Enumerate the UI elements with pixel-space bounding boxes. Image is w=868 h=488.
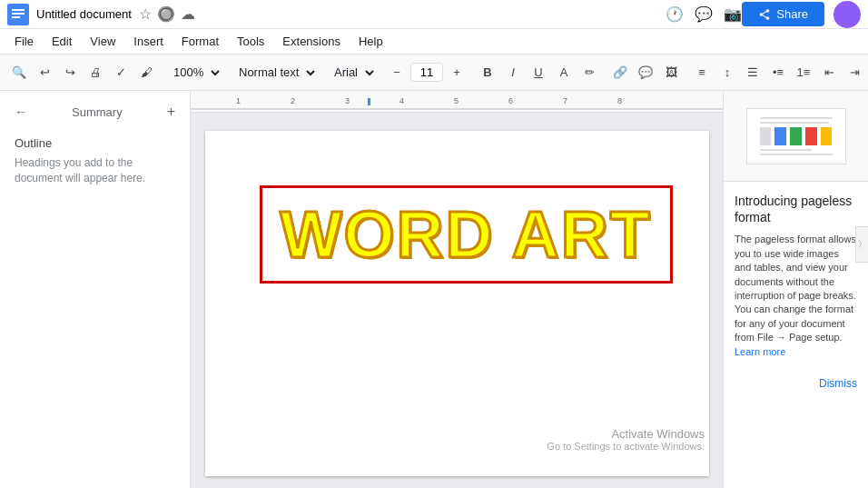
collapse-sidebar-btn[interactable]: ← bbox=[15, 105, 27, 119]
panel-description: The pageless format allows you to use wi… bbox=[735, 233, 857, 359]
panel-desc-text: The pageless format allows you to use wi… bbox=[735, 234, 856, 343]
right-panel-footer: Dismiss bbox=[724, 370, 868, 397]
line-spacing-btn[interactable]: ↕ bbox=[715, 60, 739, 85]
sidebar-header: ← Summary + bbox=[0, 98, 190, 125]
doc-scroll[interactable]: WORD ART Activate Windows Go to Settings… bbox=[191, 113, 723, 488]
bold-btn[interactable]: B bbox=[476, 60, 499, 85]
title-action-icons: ☆ 🔘 ☁ bbox=[139, 5, 195, 23]
preview-col-2 bbox=[774, 127, 786, 145]
svg-rect-1 bbox=[12, 9, 25, 11]
menu-bar: File Edit View Insert Format Tools Exten… bbox=[0, 29, 868, 55]
word-art-container[interactable]: WORD ART bbox=[260, 185, 673, 284]
docs-logo-icon bbox=[7, 4, 29, 25]
menu-edit[interactable]: Edit bbox=[44, 32, 79, 51]
preview-color-row bbox=[760, 127, 833, 145]
font-size-decrease-btn[interactable]: − bbox=[385, 60, 409, 85]
word-art-text: WORD ART bbox=[281, 197, 652, 272]
underline-btn[interactable]: U bbox=[527, 60, 550, 85]
spellcheck-btn[interactable]: ✓ bbox=[109, 60, 133, 85]
redo-btn[interactable]: ↪ bbox=[58, 60, 82, 85]
move-icon[interactable]: 🔘 bbox=[157, 5, 175, 23]
indent-decrease-btn[interactable]: ⇤ bbox=[817, 60, 841, 85]
outline-hint: Headings you add to the document will ap… bbox=[15, 155, 175, 186]
red-arrow-decoration bbox=[191, 222, 228, 376]
add-summary-btn[interactable]: + bbox=[167, 104, 175, 120]
numbered-list-btn[interactable]: 1≡ bbox=[792, 60, 815, 85]
svg-text:3: 3 bbox=[345, 96, 350, 105]
ruler-svg: 1 2 3 4 5 6 7 8 bbox=[191, 91, 723, 113]
checklist-btn[interactable]: ☰ bbox=[741, 60, 764, 85]
menu-tools[interactable]: Tools bbox=[230, 32, 271, 51]
print-btn[interactable]: 🖨 bbox=[84, 60, 107, 85]
dismiss-button[interactable]: Dismiss bbox=[819, 377, 857, 390]
panel-title: Introducing pageless format bbox=[735, 193, 857, 225]
preview-line-1 bbox=[760, 117, 833, 119]
preview-mockup bbox=[746, 108, 846, 164]
right-panel-content: Introducing pageless format The pageless… bbox=[724, 182, 868, 370]
preview-line-3 bbox=[760, 149, 813, 151]
preview-col-1 bbox=[760, 127, 772, 145]
style-select[interactable]: Normal text bbox=[231, 60, 319, 85]
svg-text:5: 5 bbox=[454, 96, 459, 105]
preview-col-4 bbox=[805, 127, 817, 145]
preview-line-2 bbox=[760, 122, 830, 124]
align-btn[interactable]: ≡ bbox=[690, 60, 714, 85]
menu-extensions[interactable]: Extensions bbox=[275, 32, 348, 51]
undo-btn[interactable]: ↩ bbox=[33, 60, 56, 85]
avatar[interactable] bbox=[833, 1, 861, 28]
chat-icon[interactable]: 💬 bbox=[695, 5, 713, 23]
preview-col-5 bbox=[821, 127, 833, 145]
summary-label: Summary bbox=[72, 105, 123, 119]
search-toolbar-btn[interactable]: 🔍 bbox=[7, 60, 31, 85]
share-label: Share bbox=[776, 7, 808, 21]
ruler: 1 2 3 4 5 6 7 8 bbox=[191, 91, 723, 113]
menu-help[interactable]: Help bbox=[351, 32, 390, 51]
share-button[interactable]: Share bbox=[742, 2, 824, 26]
outline-section: Outline Headings you add to the document… bbox=[0, 125, 190, 197]
outline-title: Outline bbox=[15, 136, 175, 150]
font-size-increase-btn[interactable]: + bbox=[445, 60, 469, 85]
star-icon[interactable]: ☆ bbox=[139, 5, 152, 23]
doc-area: 1 2 3 4 5 6 7 8 bbox=[191, 91, 723, 488]
svg-text:2: 2 bbox=[291, 96, 295, 105]
preview-col-3 bbox=[790, 127, 802, 145]
font-size-input[interactable] bbox=[410, 63, 443, 82]
zoom-select[interactable]: 100% bbox=[165, 60, 223, 85]
highlight-btn[interactable]: ✏ bbox=[577, 60, 601, 85]
menu-file[interactable]: File bbox=[7, 32, 41, 51]
preview-line-4 bbox=[760, 154, 833, 155]
document-page[interactable]: WORD ART bbox=[205, 131, 709, 476]
italic-btn[interactable]: I bbox=[501, 60, 525, 85]
cloud-icon[interactable]: ☁ bbox=[181, 5, 195, 23]
paint-format-btn[interactable]: 🖌 bbox=[134, 60, 158, 85]
learn-more-link[interactable]: Learn more bbox=[735, 346, 785, 357]
share-icon bbox=[758, 8, 771, 21]
svg-rect-2 bbox=[12, 13, 25, 15]
indent-increase-btn[interactable]: ⇥ bbox=[843, 60, 866, 85]
right-panel-preview bbox=[724, 91, 868, 182]
menu-insert[interactable]: Insert bbox=[126, 32, 171, 51]
menu-view[interactable]: View bbox=[83, 32, 123, 51]
svg-text:4: 4 bbox=[399, 96, 404, 105]
collapse-right-panel-btn[interactable]: 〉 bbox=[855, 226, 868, 263]
svg-text:1: 1 bbox=[236, 96, 241, 105]
content-area: ← Summary + Outline Headings you add to … bbox=[0, 91, 868, 488]
video-icon[interactable]: 📷 bbox=[724, 5, 742, 23]
svg-rect-3 bbox=[12, 16, 20, 18]
link-btn[interactable]: 🔗 bbox=[608, 60, 632, 85]
sidebar: ← Summary + Outline Headings you add to … bbox=[0, 91, 191, 488]
font-select[interactable]: Arial bbox=[326, 60, 378, 85]
svg-text:7: 7 bbox=[563, 96, 567, 105]
header-icons: 🕐 💬 📷 bbox=[666, 5, 742, 23]
menu-format[interactable]: Format bbox=[174, 32, 226, 51]
toolbar: 🔍 ↩ ↪ 🖨 ✓ 🖌 100% Normal text Arial − + B… bbox=[0, 55, 868, 91]
bullet-btn[interactable]: •≡ bbox=[766, 60, 790, 85]
image-btn[interactable]: 🖼 bbox=[659, 60, 683, 85]
text-color-btn[interactable]: A bbox=[552, 60, 576, 85]
svg-text:6: 6 bbox=[508, 96, 513, 105]
history-icon[interactable]: 🕐 bbox=[666, 5, 684, 23]
title-bar: Untitled document ☆ 🔘 ☁ 🕐 💬 📷 Share bbox=[0, 0, 868, 29]
comment-btn[interactable]: 💬 bbox=[634, 60, 657, 85]
svg-text:8: 8 bbox=[617, 96, 622, 105]
document-title[interactable]: Untitled document bbox=[36, 7, 132, 21]
